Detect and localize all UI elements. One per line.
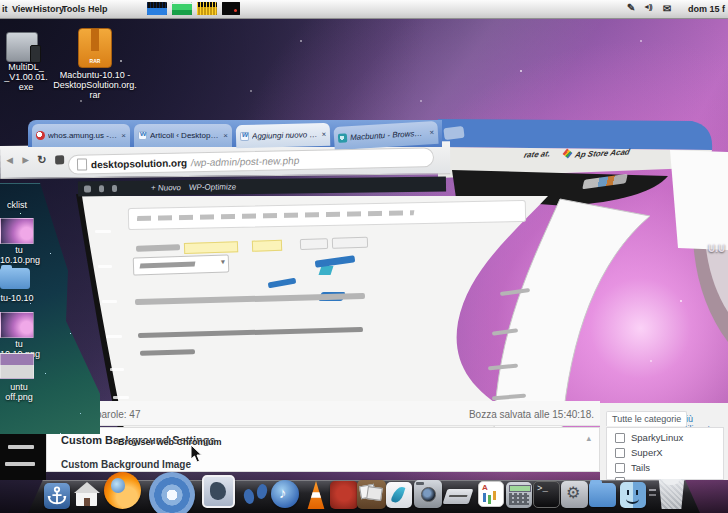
close-tab-icon[interactable]: × (121, 131, 126, 140)
macbuntu-favicon (338, 133, 348, 143)
menu-tools[interactable]: Tools (62, 4, 85, 14)
menu-help[interactable]: Help (88, 4, 108, 14)
new-tab-button[interactable] (443, 126, 464, 140)
format-dropdown[interactable] (133, 254, 230, 275)
network-monitor-applet[interactable] (197, 2, 217, 15)
home-icon[interactable] (74, 483, 100, 509)
category-item[interactable]: SuperX (615, 447, 663, 458)
chromium-icon[interactable] (149, 472, 195, 513)
collapse-metabox-icon[interactable]: ▴ (586, 433, 591, 443)
category-label: SuperX (631, 447, 663, 458)
system-preferences-icon[interactable] (561, 481, 588, 508)
reload-icon[interactable]: ↻ (37, 154, 46, 167)
image-thumbnail-icon[interactable] (0, 312, 34, 338)
wp-sidebar-item-warped (102, 300, 117, 303)
url-path: /wp-admin/post-new.php (190, 154, 300, 167)
category-label: Tails (631, 462, 650, 473)
whos-amung-us-favicon (36, 131, 45, 140)
finder-icon[interactable] (620, 482, 646, 508)
cpu-monitor-applet[interactable] (147, 2, 167, 15)
url-host: desktopsolution.org (91, 157, 187, 170)
wp-sidebar-item-warped (5, 462, 35, 466)
mail-icon[interactable]: ✉ (663, 3, 671, 14)
forward-icon[interactable]: ► (20, 154, 31, 166)
edit-slug-button[interactable] (300, 238, 328, 250)
wp-sidebar-item-warped (95, 230, 111, 233)
multidl-exe-icon[interactable] (6, 32, 38, 62)
image-thumbnail-icon[interactable] (0, 218, 34, 244)
pen-icon[interactable]: ✎ (627, 2, 635, 13)
desktop-icon-label[interactable]: untu off.png (0, 382, 38, 402)
close-tab-icon[interactable]: × (321, 130, 326, 139)
close-tab-icon[interactable]: × (429, 128, 434, 137)
itunes-icon[interactable] (271, 480, 299, 508)
macbuntu-rar-icon[interactable] (78, 28, 112, 68)
tab-aggiungi-nuovo-articolo[interactable]: Aggiungi nuovo articolo × (236, 123, 331, 148)
photo-booth-icon[interactable] (330, 481, 358, 509)
site-icon[interactable] (99, 185, 104, 192)
folder-icon[interactable] (0, 268, 30, 289)
firefox-icon[interactable] (104, 472, 141, 509)
clock[interactable]: dom 15 f (688, 4, 725, 14)
memory-monitor-applet[interactable] (172, 2, 192, 15)
bookmark-item[interactable]: rate at. (523, 149, 551, 159)
back-icon[interactable]: ◄ (4, 154, 15, 166)
quill-editor-icon[interactable] (386, 482, 412, 508)
image-thumbnail-icon[interactable] (0, 353, 34, 379)
menu-view[interactable]: View (12, 4, 32, 14)
tab-macbuntu-browse[interactable]: Macbuntu - Browse Files × (333, 121, 438, 150)
notes-icon[interactable] (478, 481, 504, 507)
wp-logo-icon[interactable] (84, 185, 91, 192)
mouse-cursor (190, 444, 204, 464)
wp-sidebar-item-warped (8, 445, 34, 449)
volume-icon[interactable]: ◄)) (643, 3, 652, 10)
word-count: parole: 47 (96, 409, 140, 420)
close-tab-icon[interactable]: × (223, 131, 228, 140)
terminal-icon[interactable] (533, 481, 560, 508)
permalink-slug-highlight[interactable] (252, 240, 282, 252)
extension-icon[interactable] (55, 155, 64, 164)
desktop-icon-label[interactable]: cklist (0, 200, 34, 210)
tab-all-categories[interactable]: Tutte le categorie (606, 411, 687, 426)
comments-icon[interactable] (112, 185, 117, 192)
trash-icon[interactable] (657, 479, 686, 509)
checkbox[interactable] (615, 433, 625, 443)
category-item[interactable]: Tails (615, 462, 650, 473)
admin-wpoptimize-menu[interactable]: WP-Optimize (189, 182, 237, 192)
draft-saved-status: Bozza salvata alle 15:40:18. (469, 409, 594, 420)
desktop-icon-label[interactable]: Macbuntu-10.10 - DesktopSolution.org. ra… (42, 70, 148, 100)
footprints-icon[interactable] (243, 483, 268, 508)
checkbox[interactable] (615, 448, 625, 458)
tab-title: whos.amung.us - reade (48, 131, 118, 140)
checkbox[interactable] (615, 463, 625, 473)
docky-anchor-icon[interactable] (44, 483, 70, 509)
photos-icon[interactable] (357, 480, 386, 509)
wordpress-favicon (240, 132, 249, 141)
desktop-icon-label[interactable]: tu-10.10 (0, 293, 34, 303)
wallpaper-watermark: U.U (708, 243, 725, 254)
permalink-slug-highlight[interactable] (184, 241, 238, 254)
admin-new-menu[interactable]: + Nuovo (151, 183, 182, 192)
category-label: SparkyLinux (631, 432, 683, 443)
tab-whos-amung-us[interactable]: whos.amung.us - reade × (32, 124, 130, 147)
camera-icon[interactable] (414, 480, 442, 508)
dock-tooltip: Browser web Chromium (118, 437, 222, 447)
folder-icon[interactable] (589, 483, 616, 507)
dock-separator-dashes (649, 489, 656, 491)
menu-history[interactable]: History (33, 4, 64, 14)
scanner-icon[interactable] (443, 489, 474, 504)
tab-articoli[interactable]: Articoli ‹ Desktop Solutio × (134, 124, 232, 147)
wp-sidebar-item-warped (113, 396, 129, 399)
desktop-icon-label[interactable]: tu 10.10.png (0, 245, 38, 265)
browser-tab-bar: whos.amung.us - reade × Articoli ‹ Deskt… (28, 120, 442, 147)
mail-icon[interactable] (202, 475, 235, 508)
category-item[interactable]: SparkyLinux (615, 432, 683, 443)
calculator-icon[interactable] (506, 482, 532, 508)
tab-title: Macbuntu - Browse Files (350, 129, 427, 143)
menu-edit[interactable]: it (2, 4, 8, 14)
view-post-button[interactable] (332, 237, 368, 249)
page-icon (77, 158, 87, 170)
disk-monitor-applet[interactable] (222, 2, 240, 15)
wordpress-favicon (138, 131, 147, 140)
editor-status-bar: parole: 47 Bozza salvata alle 15:40:18. (100, 401, 600, 426)
